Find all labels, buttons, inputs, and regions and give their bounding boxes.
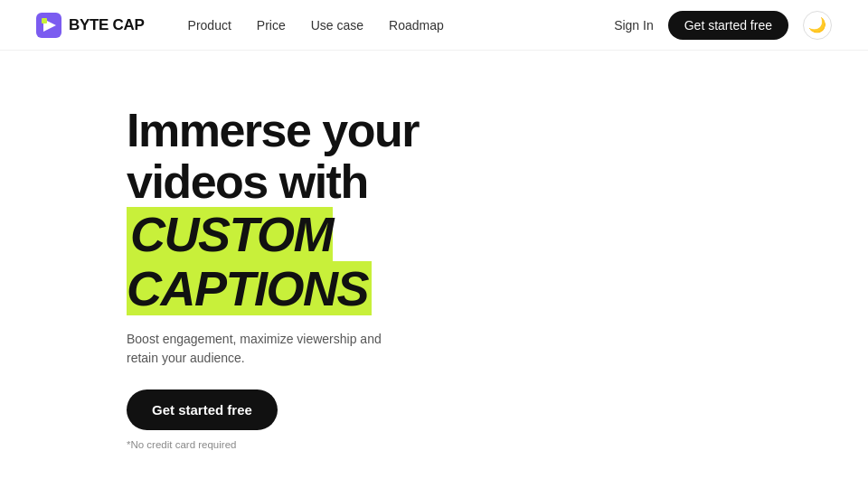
hero-section: Immerse your videos with CUSTOMCAPTIONS … (0, 51, 542, 486)
logo-icon (36, 13, 61, 38)
hero-cta-button[interactable]: Get started free (127, 389, 278, 430)
nav-link-product[interactable]: Product (188, 18, 231, 33)
logo-text: BYTE CAP (69, 16, 145, 34)
sign-in-button[interactable]: Sign In (614, 18, 654, 33)
navbar: BYTE CAP Product Price Use case Roadmap … (0, 0, 868, 51)
hero-title-highlight: CUSTOMCAPTIONS (127, 207, 372, 314)
nav-link-price[interactable]: Price (257, 18, 286, 33)
no-credit-text: *No credit card required (127, 439, 506, 450)
logo[interactable]: BYTE CAP (36, 13, 145, 38)
nav-right: Sign In Get started free 🌙 (614, 11, 832, 40)
svg-rect-2 (42, 18, 47, 23)
get-started-nav-button[interactable]: Get started free (668, 11, 788, 40)
nav-links: Product Price Use case Roadmap (188, 18, 586, 33)
hero-title: Immerse your videos with CUSTOMCAPTIONS (127, 105, 506, 315)
moon-icon: 🌙 (808, 16, 826, 33)
nav-link-use-case[interactable]: Use case (311, 18, 363, 33)
nav-link-roadmap[interactable]: Roadmap (389, 18, 444, 33)
hero-subtitle: Boost engagement, maximize viewership an… (127, 330, 416, 368)
dark-mode-toggle[interactable]: 🌙 (803, 11, 832, 40)
hero-title-line2: videos with (127, 155, 368, 208)
hero-title-line1: Immerse your (127, 104, 419, 156)
